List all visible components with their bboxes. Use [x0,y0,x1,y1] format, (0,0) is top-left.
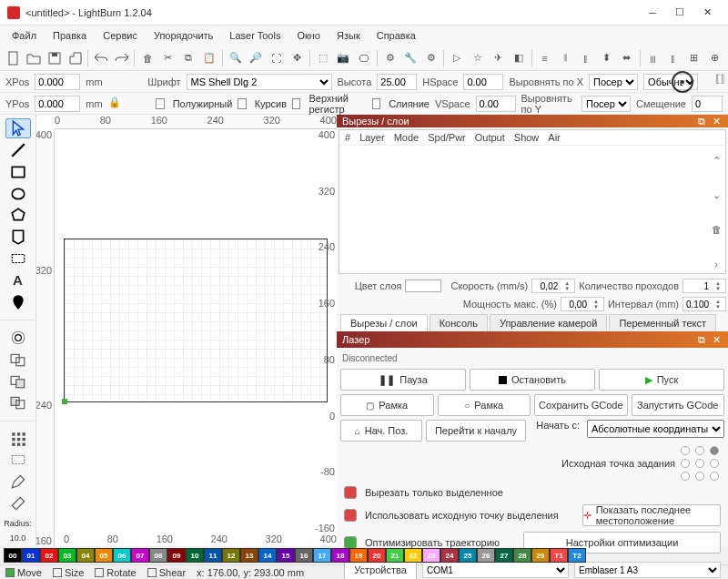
laser-header[interactable]: Лазер ⧉ ✕ [337,331,728,348]
layers-list[interactable]: ⌃ ⌄ 🗑 › [339,146,725,273]
palette-swatch-24[interactable]: 24 [440,548,459,563]
pause-button[interactable]: ❚❚Пауза [340,369,466,391]
path-tool[interactable] [5,227,31,247]
mirror-h-icon[interactable]: ▷ [447,48,467,68]
zoom-out-icon[interactable]: 🔎 [246,48,266,68]
startfrom-select[interactable]: Абсолютные координаты [587,420,724,438]
height-input[interactable] [377,74,417,90]
align-4-icon[interactable]: ⬍ [597,48,617,68]
palette-swatch-13[interactable]: 13 [240,548,258,563]
bold-check[interactable] [156,98,164,109]
cutsel-toggle[interactable] [344,486,357,499]
dock-icon[interactable]: ⟦⟧ [715,73,724,85]
palette-swatch-T1[interactable]: T1 [550,548,568,563]
open-icon[interactable] [25,48,45,68]
palette-swatch-29[interactable]: 29 [531,548,550,563]
tab-console[interactable]: Консоль [430,314,488,331]
gostart-button[interactable]: Перейти к началу [426,420,526,442]
palette-swatch-18[interactable]: 18 [331,548,349,563]
zoom-in-icon[interactable]: 🔍 [226,48,246,68]
menu-help[interactable]: Справка [369,28,423,43]
menu-language[interactable]: Язык [329,28,368,43]
palette-swatch-06[interactable]: 06 [113,548,131,563]
palette-swatch-12[interactable]: 12 [222,548,240,563]
cut-icon[interactable]: ✂ [158,48,178,68]
tab-vartext[interactable]: Переменный текст [609,314,716,331]
hspace-input[interactable] [463,74,503,90]
align-2-icon[interactable]: ⫴ [555,48,575,68]
palette-swatch-03[interactable]: 03 [58,548,76,563]
palette-swatch-08[interactable]: 08 [149,548,167,563]
layer-right-icon[interactable]: › [709,257,723,271]
menu-service[interactable]: Сервис [96,28,145,43]
redo-icon[interactable] [112,48,132,68]
wrench-icon[interactable]: 🔧 [400,48,420,68]
palette-swatch-26[interactable]: 26 [477,548,495,563]
intersect-tool[interactable] [5,392,31,412]
maximize-button[interactable]: ☐ [666,4,693,22]
offset-input[interactable] [692,96,723,112]
stop-button[interactable]: Остановить [470,369,595,391]
origin-grid[interactable] [681,446,721,481]
start-button[interactable]: ▶Пуск [599,369,724,391]
undo-icon[interactable] [91,48,111,68]
menu-edit[interactable]: Правка [46,28,94,43]
palette-swatch-04[interactable]: 04 [76,548,95,563]
rect-tool[interactable] [5,162,31,182]
settings-icon[interactable]: ⚙ [421,48,441,68]
layer-delete-icon[interactable]: 🗑 [709,222,723,237]
minimize-button[interactable]: ─ [639,4,666,22]
line-tool[interactable] [5,140,31,160]
group-tool[interactable] [5,451,31,471]
laser-float-icon[interactable]: ⧉ [695,333,708,346]
palette-swatch-14[interactable]: 14 [258,548,277,563]
frame-button[interactable]: ▢ Рамка [340,394,434,416]
subtract-tool[interactable] [5,371,31,391]
laser-close-icon[interactable]: ✕ [710,333,723,346]
vspace-input[interactable] [476,96,516,112]
send-icon[interactable]: ✈ [489,48,509,68]
select-box-icon[interactable]: ⬚ [313,48,333,68]
save-icon[interactable] [45,48,65,68]
canvas[interactable]: 080160 240320400 400320240-160 080160 24… [36,115,337,546]
device-select[interactable]: Emblaser 1 A3 [574,562,721,578]
font-select[interactable]: MS Shell Dlg 2 [187,74,332,90]
palette-swatch-11[interactable]: 11 [204,548,222,563]
palette-swatch-21[interactable]: 21 [386,548,404,563]
measure-tool[interactable] [5,493,31,513]
zoom-fit-icon[interactable]: ⛶ [267,48,287,68]
palette-swatch-19[interactable]: 19 [349,548,368,563]
palette-swatch-15[interactable]: 15 [277,548,295,563]
apply-icon[interactable] [672,71,693,93]
upper-check[interactable] [292,98,300,109]
layer-up-icon[interactable]: ⌃ [709,153,723,168]
palette-swatch-17[interactable]: 17 [313,548,331,563]
distribute-1-icon[interactable]: ⫼ [643,48,663,68]
menu-laser-tools[interactable]: Laser Tools [222,28,288,43]
showlast-button[interactable]: ✛Показать последнее местоположение [582,504,721,526]
italic-check[interactable] [238,98,246,109]
ypos-input[interactable] [35,96,80,112]
polygon-tool[interactable] [5,206,31,226]
weld-tool[interactable] [5,350,31,370]
lock-icon[interactable]: 🔒 [108,96,121,111]
close-panel-icon[interactable]: ✕ [710,115,723,127]
palette-swatch-00[interactable]: 00 [4,548,22,563]
aligny-select[interactable]: Посере [581,96,631,112]
marquee-tool[interactable] [5,249,31,269]
layer-color-swatch[interactable] [405,279,441,292]
distribute-2-icon[interactable]: ⫿ [663,48,683,68]
location-tool[interactable] [5,292,31,312]
palette-swatch-01[interactable]: 01 [22,548,40,563]
menu-file[interactable]: Файл [5,28,44,43]
pan-icon[interactable]: ✥ [287,48,307,68]
menu-arrange[interactable]: Упорядочить [147,28,220,43]
menu-window[interactable]: Окно [289,28,328,43]
work-area[interactable] [64,239,328,402]
camera-icon[interactable]: 📷 [334,48,354,68]
palette-swatch-10[interactable]: 10 [186,548,204,563]
align-5-icon[interactable]: ⬌ [617,48,637,68]
layer-down-icon[interactable]: ⌄ [709,188,723,202]
frame2-button[interactable]: ○ Рамка [438,394,531,416]
home-button[interactable]: ⌂ Нач. Поз. [340,420,422,442]
